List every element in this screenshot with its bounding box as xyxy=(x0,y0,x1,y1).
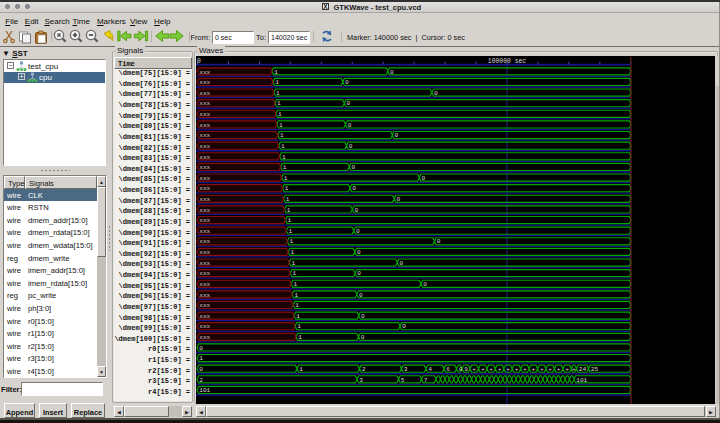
svg-text:1: 1 xyxy=(275,79,279,86)
svg-text:100000 sec: 100000 sec xyxy=(488,58,527,65)
svg-text:xxx: xxx xyxy=(199,292,210,299)
svg-text:+: + xyxy=(498,366,502,373)
svg-text:1: 1 xyxy=(290,238,294,245)
svg-text:0: 0 xyxy=(400,260,404,267)
svg-text:1: 1 xyxy=(288,217,292,224)
svg-text:0: 0 xyxy=(352,185,356,192)
svg-text:xxx: xxx xyxy=(199,154,210,161)
svg-text:+: + xyxy=(540,366,544,373)
svg-text:xxx: xxx xyxy=(199,207,210,214)
svg-text:3: 3 xyxy=(404,366,408,373)
svg-text:1: 1 xyxy=(299,366,303,373)
svg-text:xxx: xxx xyxy=(199,143,210,150)
svg-text:0: 0 xyxy=(423,281,427,288)
svg-text:+: + xyxy=(489,366,493,373)
svg-text:1: 1 xyxy=(296,313,300,320)
svg-text:8: 8 xyxy=(459,366,463,373)
svg-text:1: 1 xyxy=(282,154,286,161)
svg-text:1: 1 xyxy=(289,228,293,235)
svg-text:+: + xyxy=(506,366,510,373)
svg-text:1: 1 xyxy=(286,196,290,203)
svg-text:+: + xyxy=(515,366,519,373)
svg-text:xxx: xxx xyxy=(199,122,210,129)
svg-text:xxx: xxx xyxy=(199,164,210,171)
svg-text:+: + xyxy=(481,366,485,373)
svg-text:1: 1 xyxy=(298,334,302,341)
svg-text:2: 2 xyxy=(362,366,366,373)
svg-text:0: 0 xyxy=(437,238,441,245)
svg-text:5: 5 xyxy=(401,377,405,384)
svg-text:+: + xyxy=(548,366,552,373)
svg-text:0: 0 xyxy=(348,122,352,129)
svg-text:0: 0 xyxy=(422,175,426,182)
svg-text:0: 0 xyxy=(434,90,438,97)
svg-text:0: 0 xyxy=(352,164,356,171)
svg-text:0: 0 xyxy=(199,345,203,352)
svg-text:xxx: xxx xyxy=(199,281,210,288)
svg-text:1: 1 xyxy=(279,122,283,129)
svg-text:6: 6 xyxy=(446,366,450,373)
svg-text:0: 0 xyxy=(390,69,394,76)
svg-text:4: 4 xyxy=(428,366,432,373)
svg-text:1: 1 xyxy=(274,69,278,76)
svg-text:xxx: xxx xyxy=(199,69,210,76)
svg-text:0: 0 xyxy=(197,58,201,65)
svg-text:0: 0 xyxy=(397,196,401,203)
svg-text:1: 1 xyxy=(285,185,289,192)
svg-text:0: 0 xyxy=(361,313,365,320)
svg-text:0: 0 xyxy=(357,249,361,256)
svg-text:1: 1 xyxy=(278,111,282,118)
svg-text:xxx: xxx xyxy=(199,302,210,309)
svg-text:+: + xyxy=(532,366,536,373)
svg-text:0: 0 xyxy=(345,79,349,86)
svg-text:1: 1 xyxy=(284,175,288,182)
svg-text:0: 0 xyxy=(347,100,351,107)
svg-text:1: 1 xyxy=(291,249,295,256)
svg-text:0: 0 xyxy=(357,270,361,277)
svg-text:+: + xyxy=(572,366,576,373)
svg-text:0: 0 xyxy=(361,334,365,341)
svg-text:1: 1 xyxy=(199,355,203,362)
svg-text:+: + xyxy=(472,366,476,373)
svg-text:1: 1 xyxy=(295,302,299,309)
svg-text:+: + xyxy=(523,366,527,373)
svg-text:7: 7 xyxy=(424,377,428,384)
svg-text:3: 3 xyxy=(359,377,363,384)
svg-text:1: 1 xyxy=(292,270,296,277)
svg-text:xxx: xxx xyxy=(199,270,210,277)
svg-text:xxx: xxx xyxy=(199,323,210,330)
svg-text:24: 24 xyxy=(579,366,587,373)
svg-text:xxx: xxx xyxy=(199,228,210,235)
svg-text:0: 0 xyxy=(355,207,359,214)
svg-text:0: 0 xyxy=(359,292,363,299)
svg-text:1: 1 xyxy=(287,207,291,214)
svg-text:0: 0 xyxy=(199,366,203,373)
svg-text:0: 0 xyxy=(349,143,353,150)
svg-text:xxx: xxx xyxy=(199,111,210,118)
svg-text:101: 101 xyxy=(199,387,210,394)
svg-text:9: 9 xyxy=(464,366,468,373)
svg-text:1: 1 xyxy=(292,260,296,267)
svg-text:xxx: xxx xyxy=(199,185,210,192)
svg-text:xxx: xxx xyxy=(199,132,210,139)
svg-text:1: 1 xyxy=(293,281,297,288)
svg-text:xxx: xxx xyxy=(199,79,210,86)
svg-text:0: 0 xyxy=(356,228,360,235)
svg-text:1: 1 xyxy=(280,132,284,139)
svg-text:xxx: xxx xyxy=(199,238,210,245)
svg-text:xxx: xxx xyxy=(199,196,210,203)
svg-text:xxx: xxx xyxy=(199,217,210,224)
svg-text:+: + xyxy=(565,366,569,373)
svg-text:101: 101 xyxy=(576,377,587,384)
svg-text:0: 0 xyxy=(395,132,399,139)
svg-text:1: 1 xyxy=(281,143,285,150)
svg-text:+: + xyxy=(557,366,561,373)
svg-text:0: 0 xyxy=(402,323,406,330)
svg-text:xxx: xxx xyxy=(199,334,210,341)
svg-text:25: 25 xyxy=(591,366,599,373)
svg-text:xxx: xxx xyxy=(199,260,210,267)
svg-text:1: 1 xyxy=(297,323,301,330)
svg-text:1: 1 xyxy=(294,292,298,299)
svg-text:1: 1 xyxy=(276,90,280,97)
svg-text:xxx: xxx xyxy=(199,90,210,97)
